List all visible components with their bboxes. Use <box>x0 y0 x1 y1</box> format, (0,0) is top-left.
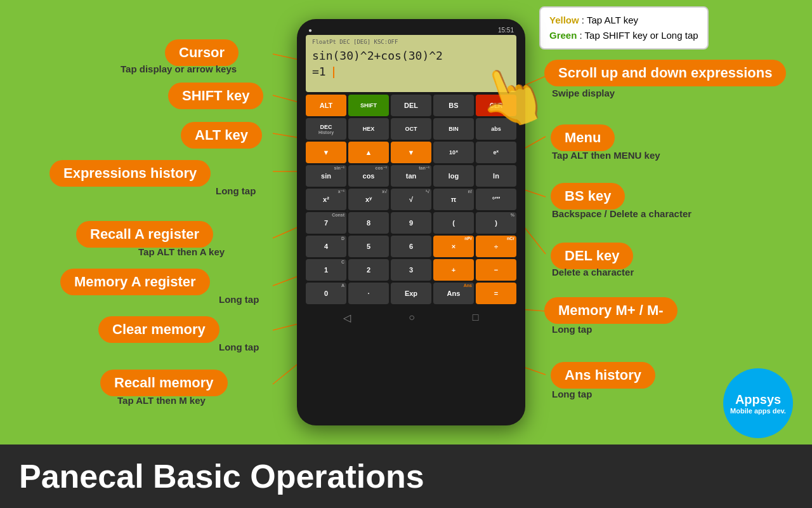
legend-yellow-label: Yellow <box>549 15 579 25</box>
key-5[interactable]: 5 <box>348 236 389 257</box>
menu-sub: Tap ALT then MENU key <box>552 150 660 161</box>
key-alt[interactable]: ALT <box>306 95 346 116</box>
appsys-logo: Appsys Mobile apps dev. <box>723 368 793 438</box>
key-abs[interactable]: abs <box>476 118 516 140</box>
calc-display-top: FloatPt DEC [DEG] KSC:OFF <box>312 39 510 45</box>
key-pi[interactable]: πn! <box>433 189 474 210</box>
key-9[interactable]: 9 <box>391 212 431 234</box>
key-rparen[interactable]: )% <box>476 212 516 234</box>
key-arr-down[interactable]: ▼ <box>391 142 431 163</box>
scroll-expr-sub: Swipe display <box>552 88 615 98</box>
cursor-sub: Tap display or arrow keys <box>121 64 237 74</box>
key-clr[interactable]: CLR <box>476 95 516 116</box>
key-oct[interactable]: OCT <box>391 118 431 140</box>
key-plus[interactable]: + <box>433 259 474 281</box>
calculator-device: ● 15:51 FloatPt DEC [DEG] KSC:OFF sin(30… <box>297 19 525 425</box>
clear-memory-pill: Clear memory <box>98 316 219 343</box>
ans-history-pill: Ans history <box>551 362 655 389</box>
bs-key-sub: Backspace / Delete a character <box>552 208 691 219</box>
recall-a-sub: Tap ALT then A key <box>138 246 225 257</box>
alt-key-pill: ALT key <box>181 122 262 149</box>
nav-home[interactable]: ○ <box>409 312 415 324</box>
key-ans[interactable]: AnsAns <box>433 283 474 304</box>
recall-memory-pill: Recall memory <box>100 370 228 396</box>
memory-a-pill: Memory A register <box>60 269 210 295</box>
del-key-pill: DEL key <box>551 243 633 269</box>
memory-a-sub: Long tap <box>219 294 259 305</box>
ans-history-sub: Long tap <box>552 389 592 399</box>
legend-green-label: Green <box>549 30 577 41</box>
cursor-pill: Cursor <box>165 39 239 66</box>
recall-a-pill: Recall A register <box>76 221 213 248</box>
memory-mpm-pill: Memory M+ / M- <box>544 297 678 324</box>
key-hex[interactable]: HEX <box>348 118 389 140</box>
key-10x[interactable]: 10ˣ <box>433 142 474 163</box>
calc-expression: sin(30)^2+cos(30)^2 =1 <box>312 48 510 79</box>
key-deg[interactable]: °′″ <box>476 189 516 210</box>
bottom-bar: Panecal Basic Operations <box>0 444 812 508</box>
key-log[interactable]: log <box>433 165 474 187</box>
key-sqrt[interactable]: √³√ <box>391 189 431 210</box>
clear-memory-sub: Long tap <box>219 342 259 352</box>
page-title: Panecal Basic Operations <box>19 457 424 495</box>
appsys-name: Appsys <box>735 392 781 407</box>
expressions-history-sub: Long tap <box>216 185 256 196</box>
key-bin[interactable]: BIN <box>433 118 474 140</box>
key-3[interactable]: 3 <box>391 259 431 281</box>
key-ex[interactable]: eˣ <box>476 142 516 163</box>
nav-square[interactable]: □ <box>473 312 479 324</box>
recall-memory-sub: Tap ALT then M key <box>117 395 206 406</box>
bs-key-pill: BS key <box>551 183 625 210</box>
key-arr-up[interactable]: ▲ <box>348 142 389 163</box>
key-4[interactable]: 4D <box>306 236 346 257</box>
key-xy[interactable]: xʸx√ <box>348 189 389 210</box>
key-shift[interactable]: SHIFT <box>348 95 389 116</box>
legend-yellow-desc: : Tap ALT key <box>582 15 638 25</box>
nav-back[interactable]: ◁ <box>343 312 351 324</box>
calc-display[interactable]: FloatPt DEC [DEG] KSC:OFF sin(30)^2+cos(… <box>306 35 516 92</box>
key-cos[interactable]: coscos⁻¹ <box>348 165 389 187</box>
key-minus[interactable]: − <box>476 259 516 281</box>
expressions-history-pill: Expressions history <box>49 160 211 187</box>
key-del[interactable]: DEL <box>391 95 431 116</box>
key-x2[interactable]: x²x⁻¹ <box>306 189 346 210</box>
key-bs[interactable]: BS <box>433 95 474 116</box>
key-7[interactable]: 7Const <box>306 212 346 234</box>
key-0[interactable]: 0A <box>306 283 346 304</box>
scroll-expr-pill: Scroll up and down expressions <box>544 60 786 86</box>
keypad: ALT SHIFT DEL BS CLR DECHistory HEX OCT … <box>306 95 516 304</box>
memory-mpm-sub: Long tap <box>552 324 592 335</box>
key-div[interactable]: ÷nCr <box>476 236 516 257</box>
nav-bar: ◁ ○ □ <box>302 307 520 329</box>
key-6[interactable]: 6 <box>391 236 431 257</box>
key-lparen[interactable]: ( <box>433 212 474 234</box>
key-8[interactable]: 8 <box>348 212 389 234</box>
key-exp[interactable]: Exp <box>391 283 431 304</box>
key-equals[interactable]: = <box>476 283 516 304</box>
legend-box: Yellow : Tap ALT key Green : Tap SHIFT k… <box>539 6 709 50</box>
device-status: ● 15:51 <box>302 25 520 35</box>
shift-key-pill: SHIFT key <box>168 83 263 109</box>
del-key-sub: Delete a character <box>552 267 634 277</box>
key-arr-down2[interactable]: ▼ <box>306 142 346 163</box>
key-2[interactable]: 2 <box>348 259 389 281</box>
key-tan[interactable]: tantan⁻¹ <box>391 165 431 187</box>
key-ln[interactable]: ln <box>476 165 516 187</box>
key-sin[interactable]: sinsin⁻¹ <box>306 165 346 187</box>
key-1[interactable]: 1C <box>306 259 346 281</box>
key-mul[interactable]: ×nPr <box>433 236 474 257</box>
cursor-indicator <box>333 67 334 78</box>
legend-green-desc: : Tap SHIFT key or Long tap <box>580 30 698 41</box>
key-dot[interactable]: · <box>348 283 389 304</box>
key-dec[interactable]: DECHistory <box>306 118 346 140</box>
appsys-sub: Mobile apps dev. <box>730 407 786 415</box>
menu-pill: Menu <box>551 124 615 151</box>
